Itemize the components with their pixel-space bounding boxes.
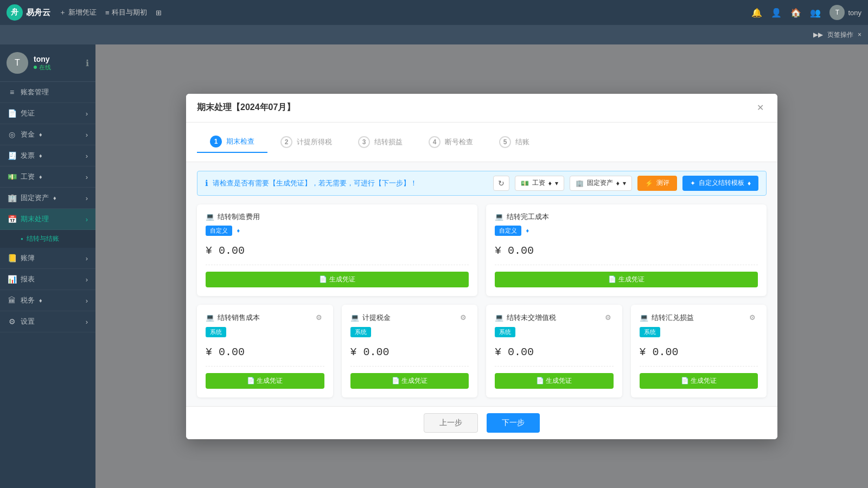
card-vat-header: 💻 结转未交增值税 ⚙ (495, 312, 614, 323)
tax-label: 税务 (21, 296, 35, 305)
tab-ops-label[interactable]: 页签操作 (827, 30, 853, 40)
vat-generate-btn[interactable]: 📄 生成凭证 (495, 373, 614, 389)
fixed-asset-diamond: ♦ (53, 195, 56, 201)
step-3[interactable]: 3 结转损益 (345, 131, 416, 153)
sales-amount: ¥ 0.00 (206, 346, 324, 358)
step-2-label: 计提所得税 (297, 137, 332, 147)
sidebar-item-accounts[interactable]: ≡ 账套管理 (0, 82, 95, 103)
sidebar-item-invoice[interactable]: 🧾 发票 ♦ › (0, 145, 95, 166)
card-manufacturing-header: 💻 结转制造费用 (206, 212, 469, 222)
settings-label: 设置 (21, 317, 35, 326)
sales-badge-text: 系统 (210, 329, 222, 335)
bell-icon[interactable]: 🔔 (751, 8, 762, 18)
top-bar-right: 🔔 👤 🏠 👥 T tony (751, 5, 861, 20)
step-5-label: 结账 (515, 137, 529, 147)
top-avatar: T (829, 5, 845, 20)
grid-btn[interactable]: ⊞ (156, 9, 162, 17)
modal-close-button[interactable]: ✕ (754, 101, 767, 114)
invoice-arrow: › (86, 152, 88, 160)
step-5[interactable]: 5 结账 (486, 131, 542, 153)
next-step-button[interactable]: 下一步 (487, 413, 540, 433)
finished-generate-btn[interactable]: 📄 生成凭证 (495, 272, 758, 287)
finished-divider (495, 265, 758, 265)
evaluate-button[interactable]: ⚡ 测评 (637, 176, 677, 191)
layout: T tony 在线 ℹ ≡ 账套管理 📄 凭证 (0, 44, 868, 488)
wage-diamond: ♦ (548, 179, 552, 187)
finished-amount: ¥ 0.00 (495, 245, 758, 257)
user-add-icon[interactable]: 👤 (771, 8, 782, 18)
card-accrue-tax: 💻 计提税金 ⚙ 系统 ¥ 0.00 (342, 305, 478, 397)
report-icon: 📊 (8, 275, 16, 284)
sidebar-item-voucher[interactable]: 📄 凭证 › (0, 103, 95, 124)
exchange-generate-btn[interactable]: 📄 生成凭证 (640, 373, 758, 389)
step-2-num: 2 (280, 136, 292, 148)
salary-icon: 💵 (8, 172, 16, 181)
voucher-arrow: › (86, 110, 88, 118)
finished-btn-icon: 📄 (608, 275, 618, 283)
card-sales-header: 💻 结转销售成本 ⚙ (206, 312, 324, 323)
refresh-button[interactable]: ↻ (493, 176, 509, 191)
step-1[interactable]: 1 期末检查 (197, 131, 267, 153)
sidebar-item-period-end[interactable]: 📅 期末处理 › (0, 209, 95, 230)
tax-btn-icon: 📄 (392, 377, 401, 384)
top-bar: 舟 易舟云 ＋ 新增凭证 ≡ 科目与期初 ⊞ 🔔 👤 🏠 👥 T tony (0, 0, 868, 25)
finished-diamond-icon: ♦ (526, 227, 529, 234)
finished-title-text: 结转完工成本 (507, 212, 549, 222)
step-4[interactable]: 4 断号检查 (416, 131, 486, 153)
tax-title-text: 计提税金 (362, 313, 391, 323)
steps-bar: 1 期末检查 2 计提所得税 3 结转损益 4 断号检查 (186, 123, 777, 162)
modal-body: ℹ 请检查是否有需要【生成凭证】，若无需要，可进行【下一步】！ ↻ 💵 工资 ♦… (186, 162, 777, 406)
user-area[interactable]: T tony (829, 5, 861, 20)
sidebar-item-salary[interactable]: 💵 工资 ♦ › (0, 166, 95, 188)
modal-overlay: 期末处理【2024年07月】 ✕ 1 期末检查 2 计提所得税 3 结 (95, 44, 868, 488)
info-icon[interactable]: ℹ (86, 58, 89, 68)
card-transfer-exchange: 💻 结转汇兑损益 ⚙ 系统 ¥ 0.00 (631, 305, 767, 397)
sidebar-item-settings[interactable]: ⚙ 设置 › (0, 311, 95, 332)
logo[interactable]: 舟 易舟云 (7, 4, 50, 21)
manufacturing-generate-btn[interactable]: 📄 生成凭证 (206, 272, 469, 287)
user-group-icon[interactable]: 👥 (810, 8, 821, 18)
tax-gear-icon[interactable]: ⚙ (458, 312, 469, 323)
sidebar-sub-item-transfer[interactable]: 结转与结账 (0, 230, 95, 248)
asset-button[interactable]: 🏢 固定资产 ♦ ▾ (570, 176, 632, 191)
vat-gear-icon[interactable]: ⚙ (603, 312, 614, 323)
custom-label: 自定义结转模板 (699, 178, 744, 188)
ledger-icon: 📒 (8, 254, 16, 262)
capital-label: 资金 (21, 130, 35, 139)
tax-title-icon: 💻 (350, 313, 359, 322)
sidebar-item-capital[interactable]: ◎ 资金 ♦ › (0, 124, 95, 145)
sidebar-menu: ≡ 账套管理 📄 凭证 › ◎ 资金 ♦ › (0, 82, 95, 488)
subjects-label: 科目与期初 (112, 8, 147, 17)
card-transfer-sales: 💻 结转销售成本 ⚙ 系统 ¥ 0.00 (197, 305, 333, 397)
sidebar: T tony 在线 ℹ ≡ 账套管理 📄 凭证 (0, 44, 95, 488)
subjects-btn[interactable]: ≡ 科目与期初 (105, 8, 147, 17)
sidebar-item-tax[interactable]: 🏛 税务 ♦ › (0, 290, 95, 311)
custom-template-button[interactable]: ✦ 自定义结转模板 ♦ (682, 176, 758, 191)
add-voucher-btn[interactable]: ＋ 新增凭证 (59, 8, 97, 17)
tax-generate-btn[interactable]: 📄 生成凭证 (350, 373, 469, 389)
forward-icon[interactable]: ▶▶ (813, 31, 823, 38)
wage-button[interactable]: 💵 工资 ♦ ▾ (515, 176, 564, 191)
fixed-asset-icon: 🏢 (8, 194, 16, 202)
sidebar-item-report[interactable]: 📊 报表 › (0, 269, 95, 290)
sidebar-item-ledger[interactable]: 📒 账簿 › (0, 248, 95, 269)
secondary-right: ▶▶ 页签操作 × (813, 30, 861, 40)
modal-title: 期末处理【2024年07月】 (197, 102, 295, 113)
prev-label: 上一步 (439, 418, 462, 427)
sales-gear-icon[interactable]: ⚙ (314, 312, 324, 323)
alert-bar: ℹ 请检查是否有需要【生成凭证】，若无需要，可进行【下一步】！ ↻ 💵 工资 ♦… (197, 171, 767, 196)
subjects-icon: ≡ (105, 9, 110, 17)
evaluate-label: 测评 (656, 178, 669, 188)
report-arrow: › (86, 275, 88, 284)
exchange-amount: ¥ 0.00 (640, 346, 758, 358)
prev-step-button[interactable]: 上一步 (424, 413, 478, 433)
step-2[interactable]: 2 计提所得税 (267, 131, 345, 153)
sidebar-item-fixed-asset[interactable]: 🏢 固定资产 ♦ › (0, 188, 95, 209)
home-icon[interactable]: 🏠 (790, 8, 801, 18)
voucher-label: 凭证 (21, 108, 35, 118)
exchange-btn-label: 生成凭证 (691, 377, 717, 384)
transfer-close-label: 结转与结账 (27, 234, 59, 243)
exchange-gear-icon[interactable]: ⚙ (747, 312, 758, 323)
sales-generate-btn[interactable]: 📄 生成凭证 (206, 373, 324, 389)
secondary-close-icon[interactable]: × (858, 31, 861, 38)
